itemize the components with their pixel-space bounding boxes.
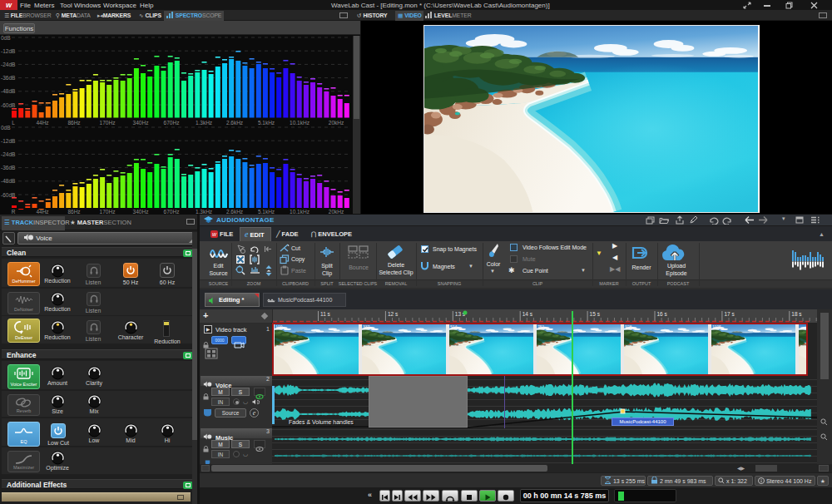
svg-text:-24dB: -24dB	[1, 151, 15, 157]
svg-text:-60dB: -60dB	[1, 192, 15, 198]
svg-text:-60dB: -60dB	[1, 102, 15, 108]
svg-text:L: L	[12, 120, 15, 126]
svg-text:5.1kHz: 5.1kHz	[258, 120, 275, 126]
svg-text:-12dB: -12dB	[1, 138, 15, 144]
svg-text:0dB: 0dB	[1, 35, 11, 41]
svg-text:-36dB: -36dB	[1, 75, 15, 81]
svg-text:15 s: 15 s	[590, 311, 601, 317]
svg-text:2.6kHz: 2.6kHz	[226, 120, 243, 126]
svg-text:-48dB: -48dB	[1, 88, 15, 94]
svg-text:170Hz: 170Hz	[100, 120, 116, 126]
svg-text:86Hz: 86Hz	[67, 120, 80, 126]
svg-text:10.1kHz: 10.1kHz	[290, 120, 310, 126]
svg-text:-48dB: -48dB	[1, 178, 15, 184]
svg-text:16 s: 16 s	[657, 311, 668, 317]
svg-text:-12dB: -12dB	[1, 48, 15, 54]
svg-text:12 s: 12 s	[388, 311, 399, 317]
svg-text:14 s: 14 s	[522, 311, 533, 317]
svg-text:18 s: 18 s	[791, 311, 802, 317]
svg-text:-24dB: -24dB	[1, 62, 15, 67]
svg-text:0dB: 0dB	[1, 125, 11, 131]
svg-text:1.3kHz: 1.3kHz	[196, 120, 212, 126]
svg-text:11 s: 11 s	[320, 311, 331, 317]
svg-text:17 s: 17 s	[724, 311, 735, 317]
svg-text:20kHz: 20kHz	[329, 120, 344, 126]
svg-text:44Hz: 44Hz	[36, 120, 48, 126]
svg-text:-36dB: -36dB	[1, 165, 15, 170]
svg-text:670Hz: 670Hz	[164, 120, 180, 126]
svg-text:340Hz: 340Hz	[133, 120, 149, 126]
